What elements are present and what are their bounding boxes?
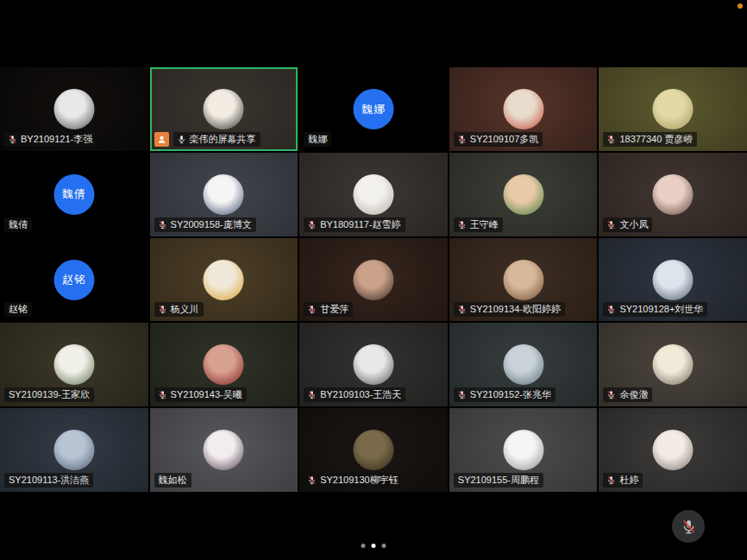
- participant-label: SY2109130柳宇钰: [304, 473, 403, 488]
- participant-name: 文小凤: [619, 219, 648, 230]
- avatar: [653, 174, 694, 215]
- avatar: [653, 260, 694, 300]
- participant-label: SY2109107多凯: [454, 132, 543, 147]
- tile-label-bar: 杜婷: [603, 473, 643, 488]
- avatar: [353, 430, 393, 470]
- participant-tile[interactable]: BY2109121-李强: [0, 67, 148, 151]
- tile-label-bar: SY2009158-庞博文: [154, 217, 256, 232]
- participant-tile[interactable]: SY2009158-庞博文: [150, 153, 298, 236]
- page-dot[interactable]: [382, 544, 386, 548]
- avatar: [353, 344, 393, 385]
- participant-label: SY2109113-洪洁燕: [4, 473, 93, 488]
- participant-label: 18377340 贾彦峤: [603, 132, 697, 147]
- mic-muted-icon: [606, 390, 616, 400]
- tile-label-bar: SY2109107多凯: [454, 132, 543, 147]
- mic-muted-icon: [158, 220, 167, 230]
- participant-name: 杜婷: [619, 475, 638, 486]
- participant-name: SY2109152-张兆华: [470, 389, 551, 400]
- participant-label: 甘爱萍: [304, 302, 353, 317]
- participant-tile[interactable]: 文小凤: [599, 153, 747, 236]
- tile-label-bar: SY2109139-王家欣: [4, 387, 94, 402]
- participant-tile[interactable]: 魏倩 魏倩: [0, 153, 148, 236]
- avatar: [53, 89, 94, 129]
- participant-tile[interactable]: 赵铭 赵铭: [0, 238, 148, 322]
- mic-muted-icon: [8, 135, 17, 144]
- participant-tile[interactable]: 魏如松: [150, 408, 298, 492]
- participant-label: SY2109134-欧阳婷婷: [454, 302, 565, 317]
- participant-name: SY2109139-王家欣: [9, 389, 90, 400]
- page-dot[interactable]: [372, 544, 376, 548]
- notification-dot: [738, 3, 743, 9]
- participant-name: SY2009158-庞博文: [171, 219, 252, 230]
- avatar: [653, 89, 694, 129]
- avatar: [353, 174, 393, 215]
- avatar: [204, 260, 244, 300]
- participant-name: 余俊澈: [619, 389, 648, 400]
- participant-tile[interactable]: 魏娜 魏娜: [299, 67, 448, 151]
- participant-tile[interactable]: SY2109152-张兆华: [449, 323, 598, 406]
- participant-tile[interactable]: BY1809117-赵雪婷: [299, 153, 448, 236]
- participant-tile[interactable]: SY2109130柳宇钰: [299, 408, 448, 492]
- avatar: [204, 430, 244, 470]
- participant-tile[interactable]: 余俊澈: [599, 323, 747, 406]
- avatar: 魏倩: [53, 174, 94, 215]
- tile-label-bar: SY2109155-周鹏程: [454, 473, 543, 488]
- participant-tile[interactable]: 甘爱萍: [299, 238, 448, 322]
- participant-name: 魏娜: [308, 134, 327, 145]
- bottom-bar: [0, 492, 747, 560]
- participant-tile[interactable]: SY2109134-欧阳婷婷: [449, 238, 598, 322]
- participant-tile[interactable]: SY2109107多凯: [449, 67, 598, 151]
- participant-tile[interactable]: 栾伟的屏幕共享: [150, 67, 298, 151]
- tile-label-bar: SY2109134-欧阳婷婷: [454, 302, 565, 317]
- participant-label: BY2109103-王浩天: [304, 387, 405, 402]
- participant-name: 魏如松: [159, 475, 187, 486]
- avatar: 赵铭: [53, 260, 94, 300]
- tile-label-bar: SY2109130柳宇钰: [304, 473, 403, 488]
- participant-label: SY2109152-张兆华: [454, 387, 556, 402]
- mic-muted-icon: [606, 135, 616, 144]
- page-dot[interactable]: [361, 544, 366, 548]
- participant-tile[interactable]: BY2109103-王浩天: [299, 323, 448, 406]
- pagination-dots: [361, 544, 386, 548]
- avatar: [53, 430, 94, 470]
- avatar: [653, 344, 694, 385]
- avatar: [53, 344, 94, 385]
- participant-label: 赵铭: [4, 302, 32, 317]
- participant-name: SY2109155-周鹏程: [458, 475, 539, 486]
- mic-muted-icon: [681, 519, 697, 535]
- participant-label: 魏娜: [304, 132, 331, 147]
- participant-tile[interactable]: SY2109143-吴曦: [150, 323, 298, 406]
- participant-grid: BY2109121-李强 栾伟的屏幕共享 魏娜 魏娜: [0, 67, 747, 492]
- participant-name: SY2109113-洪洁燕: [9, 475, 89, 486]
- tile-label-bar: 魏娜: [304, 132, 331, 147]
- participant-label: 栾伟的屏幕共享: [173, 132, 261, 147]
- participant-label: 魏如松: [154, 473, 191, 488]
- participant-label: 王守峰: [454, 217, 503, 232]
- participant-name: SY2109107多凯: [470, 134, 539, 145]
- participant-name: 甘爱萍: [320, 304, 348, 315]
- avatar: [503, 89, 543, 129]
- tile-label-bar: BY2109121-李强: [4, 132, 97, 147]
- mic-muted-icon: [457, 220, 467, 230]
- tile-label-bar: 魏倩: [4, 217, 32, 232]
- participant-tile[interactable]: 杜婷: [599, 408, 747, 492]
- participant-label: SY2109139-王家欣: [4, 387, 94, 402]
- participant-tile[interactable]: SY2109128+刘世华: [599, 238, 747, 322]
- mic-muted-icon: [457, 390, 467, 400]
- tile-label-bar: 甘爱萍: [304, 302, 353, 317]
- participant-tile[interactable]: 杨义川: [150, 238, 298, 322]
- mic-toggle-button[interactable]: [672, 510, 705, 543]
- participant-label: 杨义川: [154, 302, 204, 317]
- participant-name: SY2109130柳宇钰: [320, 475, 399, 486]
- participant-name: SY2109143-吴曦: [171, 389, 242, 400]
- tile-label-bar: 杨义川: [154, 302, 204, 317]
- participant-tile[interactable]: 王守峰: [449, 153, 598, 236]
- participant-tile[interactable]: SY2109113-洪洁燕: [0, 408, 148, 492]
- mic-muted-icon: [606, 475, 616, 485]
- avatar: [503, 174, 543, 215]
- participant-tile[interactable]: SY2109155-周鹏程: [449, 408, 598, 492]
- participant-tile[interactable]: SY2109139-王家欣: [0, 323, 148, 406]
- avatar: [503, 260, 543, 300]
- participant-tile[interactable]: 18377340 贾彦峤: [599, 67, 747, 151]
- tile-label-bar: BY1809117-赵雪婷: [304, 217, 405, 232]
